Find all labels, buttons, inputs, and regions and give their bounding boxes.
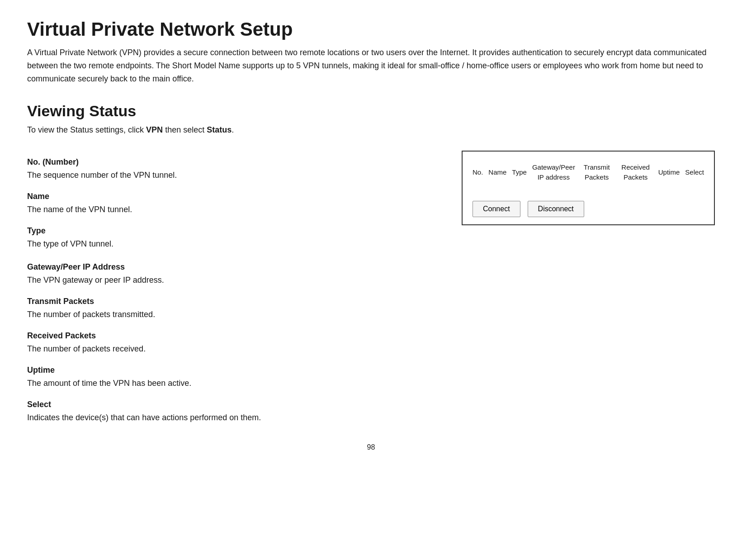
field-select: Select Indicates the device(s) that can … [27, 399, 715, 424]
field-name: Name The name of the VPN tunnel. [27, 190, 444, 216]
col-select: Select [682, 159, 707, 186]
field-received-packets: Received Packets The number of packets r… [27, 330, 715, 355]
field-transmit-packets: Transmit Packets The number of packets t… [27, 295, 715, 321]
field-no-number-desc: The sequence number of the VPN tunnel. [27, 169, 444, 181]
field-type-title: Type [27, 225, 444, 237]
intro-suffix-text: . [232, 125, 234, 134]
field-uptime-title: Uptime [27, 364, 715, 376]
field-gateway-peer-title: Gateway/Peer IP Address [27, 261, 715, 273]
left-content: No. (Number) The sequence number of the … [27, 147, 444, 252]
col-type: Type [509, 159, 529, 186]
col-received: Received Packets [615, 159, 655, 186]
field-received-desc: The number of packets received. [27, 343, 715, 355]
field-name-desc: The name of the VPN tunnel. [27, 204, 444, 216]
col-uptime: Uptime [656, 159, 683, 186]
table-buttons-row: Connect Disconnect [470, 201, 707, 217]
field-transmit-title: Transmit Packets [27, 295, 715, 308]
vpn-bold: VPN [146, 125, 163, 134]
field-name-title: Name [27, 190, 444, 203]
col-name: Name [486, 159, 509, 186]
field-no-number: No. (Number) The sequence number of the … [27, 156, 444, 181]
col-transmit: Transmit Packets [578, 159, 616, 186]
vpn-table-container: No. Name Type Gateway/PeerIP address Tra… [462, 151, 715, 225]
page-number: 98 [27, 442, 715, 453]
remaining-fields: Gateway/Peer IP Address The VPN gateway … [27, 261, 715, 424]
two-column-layout: No. (Number) The sequence number of the … [27, 147, 715, 252]
field-gateway-peer-desc: The VPN gateway or peer IP address. [27, 274, 715, 286]
col-no: No. [470, 159, 486, 186]
table-empty-row [470, 186, 707, 195]
field-uptime: Uptime The amount of time the VPN has be… [27, 364, 715, 389]
page-title: Virtual Private Network Setup [27, 18, 715, 41]
status-bold: Status [207, 125, 232, 134]
col-gateway: Gateway/PeerIP address [529, 159, 578, 186]
field-received-title: Received Packets [27, 330, 715, 342]
field-no-number-title: No. (Number) [27, 156, 444, 168]
field-type: Type The type of VPN tunnel. [27, 225, 444, 250]
field-select-title: Select [27, 399, 715, 411]
vpn-status-table: No. Name Type Gateway/PeerIP address Tra… [470, 159, 707, 195]
field-select-desc: Indicates the device(s) that can have ac… [27, 412, 715, 424]
right-table-section: No. Name Type Gateway/PeerIP address Tra… [462, 147, 715, 225]
field-type-desc: The type of VPN tunnel. [27, 238, 444, 250]
field-uptime-desc: The amount of time the VPN has been acti… [27, 377, 715, 389]
viewing-status-title: Viewing Status [27, 102, 715, 120]
table-header-row: No. Name Type Gateway/PeerIP address Tra… [470, 159, 707, 186]
intro-prefix-text: To view the Status settings, click [27, 125, 146, 134]
connect-button[interactable]: Connect [473, 201, 520, 217]
viewing-status-intro: To view the Status settings, click VPN t… [27, 124, 715, 136]
intro-paragraph: A Virtual Private Network (VPN) provides… [27, 46, 715, 85]
disconnect-button[interactable]: Disconnect [528, 201, 584, 217]
intro-middle-text: then select [163, 125, 207, 134]
field-transmit-desc: The number of packets transmitted. [27, 308, 715, 321]
field-gateway-peer: Gateway/Peer IP Address The VPN gateway … [27, 261, 715, 286]
